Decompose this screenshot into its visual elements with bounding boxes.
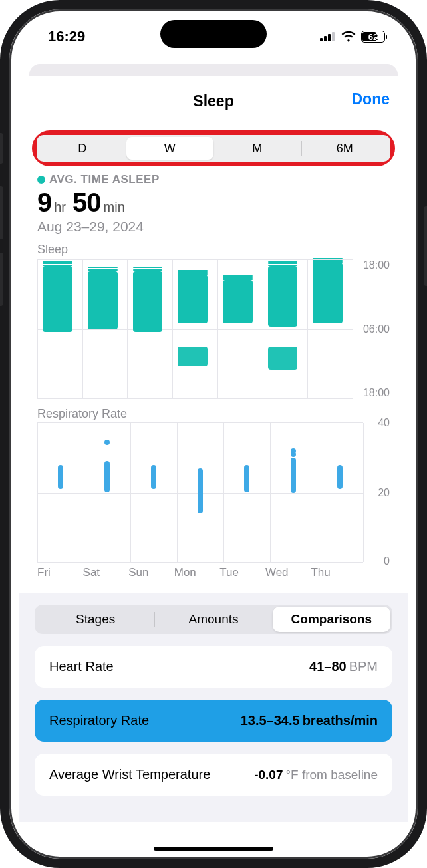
card-wrist-temp[interactable]: Average Wrist Temperature -0.07°F from b… <box>35 754 392 796</box>
sleep-detail-sheet: Sleep Done D W M 6M AVG. TIME ASLEEP 9 h… <box>19 76 408 859</box>
sleep-bar <box>178 347 208 366</box>
seg-stages[interactable]: Stages <box>37 607 154 632</box>
resp-range-bar <box>151 465 156 490</box>
sleep-bar <box>178 275 208 324</box>
resp-outlier-dot <box>291 452 296 457</box>
svg-rect-0 <box>320 38 323 41</box>
resp-range-bar <box>104 461 110 492</box>
sleep-bar <box>268 347 298 370</box>
sleep-chart[interactable]: 18:00 06:00 18:00 <box>37 259 390 399</box>
seg-amounts[interactable]: Amounts <box>154 607 272 632</box>
sleep-bar <box>268 266 298 327</box>
avg-asleep-value: 9 hr 50 min <box>37 188 390 217</box>
resp-range-bar <box>244 465 249 493</box>
resp-range-bar <box>337 465 343 490</box>
done-button[interactable]: Done <box>352 90 390 108</box>
nav-bar: Sleep Done <box>19 88 408 114</box>
resp-chart[interactable]: 40 20 0 <box>37 422 390 562</box>
sleep-bar <box>313 263 343 323</box>
seg-week[interactable]: W <box>126 137 214 160</box>
resp-range-bar <box>58 465 63 490</box>
time-range-highlight: D W M 6M <box>32 130 395 166</box>
sleep-bar <box>88 271 118 329</box>
page-title: Sleep <box>193 92 233 110</box>
seg-month[interactable]: M <box>214 137 301 160</box>
resp-outlier-dot <box>198 507 203 513</box>
x-axis: Fri Sat Sun Mon Tue Wed Thu <box>37 566 390 579</box>
card-heart-rate[interactable]: Heart Rate 41–80 BPM <box>35 646 392 688</box>
home-indicator[interactable] <box>154 847 273 851</box>
seg-day[interactable]: D <box>39 137 126 160</box>
sleep-bar <box>43 266 72 333</box>
resp-chart-title: Respiratory Rate <box>37 407 390 421</box>
seg-comparisons[interactable]: Comparisons <box>273 607 390 632</box>
resp-outlier-dot <box>104 440 110 445</box>
resp-range-bar <box>291 458 296 492</box>
sleep-chart-title: Sleep <box>37 243 390 257</box>
wifi-icon <box>341 31 356 42</box>
sleep-dot-icon <box>37 176 45 184</box>
status-time: 16:29 <box>48 28 85 45</box>
seg-six-month[interactable]: 6M <box>301 137 389 160</box>
resp-range-bar <box>198 468 203 513</box>
view-segmented[interactable]: Stages Amounts Comparisons <box>35 605 392 634</box>
svg-rect-2 <box>328 34 331 41</box>
sleep-bar <box>223 280 253 323</box>
battery-indicator: 62 <box>361 31 387 43</box>
sleep-bar <box>133 271 163 332</box>
card-respiratory-rate[interactable]: Respiratory Rate 13.5–34.5 breaths/min <box>35 700 392 742</box>
avg-asleep-label: AVG. TIME ASLEEP <box>37 173 390 186</box>
svg-rect-1 <box>324 36 327 41</box>
date-range: Aug 23–29, 2024 <box>37 219 390 235</box>
time-range-segmented[interactable]: D W M 6M <box>37 135 390 162</box>
cellular-signal-icon <box>320 32 336 41</box>
svg-rect-3 <box>332 32 335 41</box>
